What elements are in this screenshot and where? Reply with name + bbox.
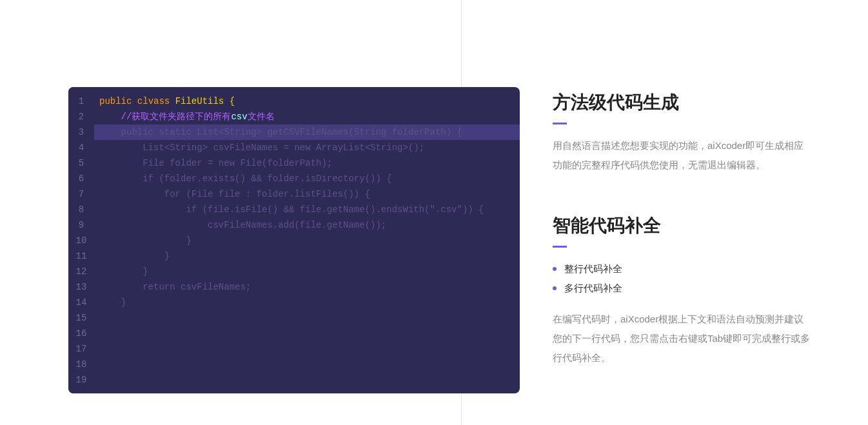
line-number: 16 xyxy=(68,326,94,341)
line-number: 1 xyxy=(68,94,94,109)
line-number: 15 xyxy=(68,310,94,326)
feature-section: 方法级代码生成 用自然语言描述您想要实现的功能，aiXcoder即可生成相应功能… xyxy=(553,90,811,175)
line-number: 9 xyxy=(68,217,94,233)
code-line-suggestion: return csvFileNames; xyxy=(99,279,520,295)
line-number: 10 xyxy=(68,233,94,248)
code-line-suggestion: } xyxy=(99,248,520,264)
feature-panel: 方法级代码生成 用自然语言描述您想要实现的功能，aiXcoder即可生成相应功能… xyxy=(553,90,811,368)
feature-section: 智能代码补全 整行代码补全 多行代码补全 在编写代码时，aiXcoder根据上下… xyxy=(553,213,811,368)
section-description: 用自然语言描述您想要实现的功能，aiXcoder即可生成相应功能的完整程序代码供… xyxy=(553,136,811,175)
line-number: 6 xyxy=(68,171,94,186)
code-line-suggestion: public static List<String> getCSVFileNam… xyxy=(99,124,520,140)
code-line: //获取文件夹路径下的所有csv文件名 xyxy=(99,109,520,124)
title-underline xyxy=(553,246,567,248)
code-line-suggestion: if (folder.exists() && folder.isDirector… xyxy=(99,171,520,186)
list-item: 多行代码补全 xyxy=(553,279,811,298)
section-title: 方法级代码生成 xyxy=(553,90,811,115)
section-title: 智能代码补全 xyxy=(553,213,811,238)
section-description: 在编写代码时，aiXcoder根据上下文和语法自动预测并建议您的下一行代码，您只… xyxy=(553,310,811,368)
code-line-suggestion: } xyxy=(99,233,520,248)
line-number: 17 xyxy=(68,341,94,357)
line-number: 12 xyxy=(68,264,94,279)
code-area[interactable]: public clvass FileUtils { //获取文件夹路径下的所有c… xyxy=(94,87,520,393)
code-line-suggestion: if (file.isFile() && file.getName().ends… xyxy=(99,202,520,217)
line-number: 11 xyxy=(68,248,94,264)
line-number: 5 xyxy=(68,155,94,171)
line-number: 3 xyxy=(68,124,94,140)
line-number: 4 xyxy=(68,140,94,155)
code-line-suggestion: } xyxy=(99,264,520,279)
line-number: 14 xyxy=(68,295,94,310)
line-number: 13 xyxy=(68,279,94,295)
code-line-suggestion: List<String> csvFileNames = new ArrayLis… xyxy=(99,140,520,155)
line-number: 18 xyxy=(68,357,94,372)
code-editor[interactable]: 1 2 3 4 5 6 7 8 9 10 11 12 13 14 15 16 1… xyxy=(68,87,520,393)
code-line-suggestion: csvFileNames.add(file.getName()); xyxy=(99,217,520,233)
title-underline xyxy=(553,123,567,124)
line-number: 7 xyxy=(68,186,94,202)
feature-bullets: 整行代码补全 多行代码补全 xyxy=(553,259,811,298)
line-number: 2 xyxy=(68,109,94,124)
code-line: public clvass FileUtils { xyxy=(99,94,520,109)
line-number: 8 xyxy=(68,202,94,217)
line-number-gutter: 1 2 3 4 5 6 7 8 9 10 11 12 13 14 15 16 1… xyxy=(68,87,94,393)
line-number: 19 xyxy=(68,372,94,388)
code-line-suggestion: } xyxy=(99,295,520,310)
code-line-suggestion: File folder = new File(folderPath); xyxy=(99,155,520,171)
list-item: 整行代码补全 xyxy=(553,259,811,279)
code-line-suggestion: for (File file : folder.listFiles()) { xyxy=(99,186,520,202)
